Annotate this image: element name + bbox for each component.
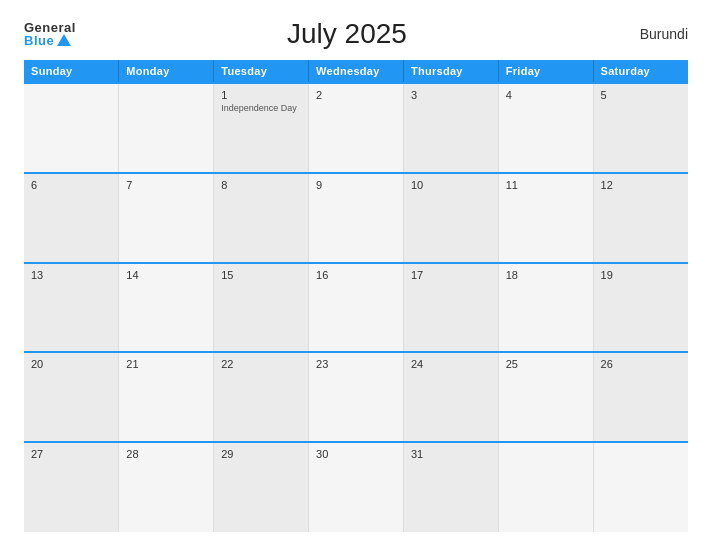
logo: General Blue (24, 21, 76, 47)
day-cell: 15 (214, 263, 309, 353)
day-number: 14 (126, 269, 206, 281)
day-cell: 4 (498, 83, 593, 173)
day-cell: 3 (403, 83, 498, 173)
day-cell: 22 (214, 352, 309, 442)
header-saturday: Saturday (593, 60, 688, 83)
day-cell: 10 (403, 173, 498, 263)
day-number: 1 (221, 89, 301, 101)
day-cell (498, 442, 593, 532)
day-cell: 1Independence Day (214, 83, 309, 173)
day-number: 5 (601, 89, 681, 101)
week-row-1: 1Independence Day2345 (24, 83, 688, 173)
day-cell: 26 (593, 352, 688, 442)
day-number: 31 (411, 448, 491, 460)
week-row-5: 2728293031 (24, 442, 688, 532)
header-sunday: Sunday (24, 60, 119, 83)
day-cell: 21 (119, 352, 214, 442)
day-number: 27 (31, 448, 111, 460)
day-cell: 19 (593, 263, 688, 353)
day-cell: 11 (498, 173, 593, 263)
country-label: Burundi (618, 26, 688, 42)
logo-blue-text: Blue (24, 34, 71, 47)
day-number: 6 (31, 179, 111, 191)
day-number: 3 (411, 89, 491, 101)
day-number: 16 (316, 269, 396, 281)
day-number: 2 (316, 89, 396, 101)
day-cell: 18 (498, 263, 593, 353)
day-cell: 6 (24, 173, 119, 263)
day-cell: 29 (214, 442, 309, 532)
weekday-header-row: Sunday Monday Tuesday Wednesday Thursday… (24, 60, 688, 83)
header-monday: Monday (119, 60, 214, 83)
day-number: 30 (316, 448, 396, 460)
day-number: 18 (506, 269, 586, 281)
day-cell: 7 (119, 173, 214, 263)
day-cell (24, 83, 119, 173)
calendar-page: General Blue July 2025 Burundi Sunday Mo… (0, 0, 712, 550)
calendar-title: July 2025 (76, 18, 618, 50)
day-number: 4 (506, 89, 586, 101)
day-number: 19 (601, 269, 681, 281)
logo-triangle-icon (57, 34, 71, 46)
week-row-3: 13141516171819 (24, 263, 688, 353)
day-number: 20 (31, 358, 111, 370)
day-cell: 5 (593, 83, 688, 173)
day-number: 12 (601, 179, 681, 191)
day-cell (593, 442, 688, 532)
day-cell: 14 (119, 263, 214, 353)
day-cell: 17 (403, 263, 498, 353)
holiday-label: Independence Day (221, 103, 301, 114)
day-number: 26 (601, 358, 681, 370)
calendar-table: Sunday Monday Tuesday Wednesday Thursday… (24, 60, 688, 532)
header-wednesday: Wednesday (309, 60, 404, 83)
day-number: 28 (126, 448, 206, 460)
day-cell: 23 (309, 352, 404, 442)
day-cell: 16 (309, 263, 404, 353)
day-cell: 31 (403, 442, 498, 532)
day-cell: 30 (309, 442, 404, 532)
day-cell: 20 (24, 352, 119, 442)
header-thursday: Thursday (403, 60, 498, 83)
day-number: 22 (221, 358, 301, 370)
day-cell: 28 (119, 442, 214, 532)
day-number: 25 (506, 358, 586, 370)
day-cell: 8 (214, 173, 309, 263)
day-number: 10 (411, 179, 491, 191)
week-row-2: 6789101112 (24, 173, 688, 263)
day-number: 17 (411, 269, 491, 281)
day-number: 8 (221, 179, 301, 191)
header-tuesday: Tuesday (214, 60, 309, 83)
week-row-4: 20212223242526 (24, 352, 688, 442)
day-number: 29 (221, 448, 301, 460)
day-cell: 9 (309, 173, 404, 263)
day-cell: 24 (403, 352, 498, 442)
day-cell: 27 (24, 442, 119, 532)
day-number: 7 (126, 179, 206, 191)
day-cell: 13 (24, 263, 119, 353)
day-cell: 12 (593, 173, 688, 263)
day-number: 21 (126, 358, 206, 370)
day-cell: 25 (498, 352, 593, 442)
day-number: 23 (316, 358, 396, 370)
header: General Blue July 2025 Burundi (24, 18, 688, 50)
day-number: 24 (411, 358, 491, 370)
header-friday: Friday (498, 60, 593, 83)
day-cell (119, 83, 214, 173)
day-number: 15 (221, 269, 301, 281)
day-number: 11 (506, 179, 586, 191)
day-cell: 2 (309, 83, 404, 173)
day-number: 9 (316, 179, 396, 191)
day-number: 13 (31, 269, 111, 281)
